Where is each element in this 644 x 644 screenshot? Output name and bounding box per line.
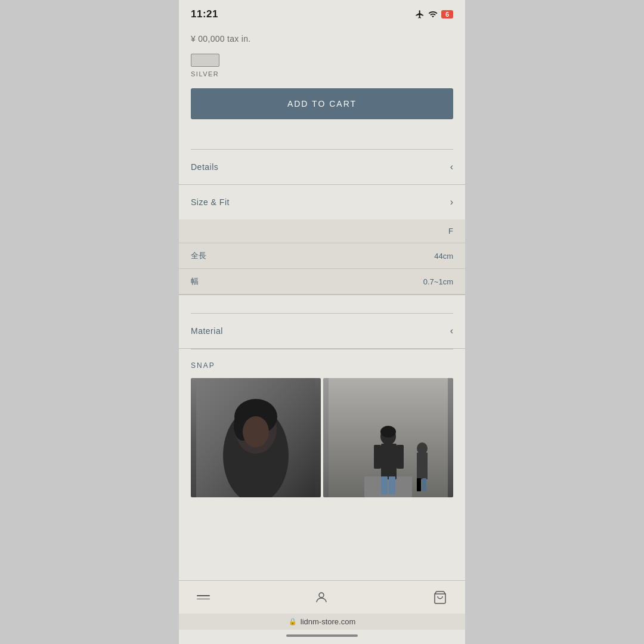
svg-rect-15	[374, 445, 381, 469]
snap-images	[191, 378, 453, 497]
wifi-icon	[428, 10, 438, 19]
airplane-icon	[415, 10, 425, 19]
size-fit-title: Size & Fit	[191, 197, 230, 207]
snap-image-1[interactable]	[191, 378, 321, 497]
material-header[interactable]: Material ‹	[179, 314, 465, 348]
price-text: ¥ 00,000 tax in.	[191, 34, 251, 44]
lock-icon: 🔒	[289, 618, 297, 626]
color-swatch-container[interactable]: SILVER	[191, 54, 219, 78]
address-bar: 🔒 lidnm-store.com	[179, 614, 465, 630]
add-to-cart-button[interactable]: ADD TO CART	[191, 88, 453, 119]
size-header-empty	[179, 219, 300, 243]
row-value-1: 44cm	[300, 243, 465, 269]
svg-rect-12	[389, 476, 395, 494]
person-figure-2	[323, 378, 453, 497]
size-fit-chevron-icon: ›	[450, 197, 453, 208]
row-value-2: 0.7~1cm	[300, 269, 465, 295]
material-chevron-icon: ‹	[450, 326, 453, 336]
hamburger-line-2	[197, 599, 210, 600]
svg-rect-16	[397, 445, 404, 469]
details-chevron-icon: ‹	[450, 162, 453, 172]
user-nav-item[interactable]	[314, 590, 329, 605]
material-section: Material ‹	[179, 314, 465, 349]
svg-rect-10	[381, 444, 397, 479]
status-bar: 11:21 6	[179, 0, 465, 26]
bottom-nav	[179, 580, 465, 614]
home-indicator	[179, 630, 465, 644]
size-header-f: F	[300, 219, 465, 243]
status-icons: 6	[415, 10, 453, 19]
color-swatch[interactable]	[191, 54, 219, 67]
row-label-2: 幅	[179, 269, 300, 295]
snap-title: SNAP	[191, 361, 453, 370]
cart-nav-item[interactable]	[433, 590, 447, 605]
size-table: F 全長 44cm 幅 0.7~1cm	[179, 219, 465, 295]
battery-badge: 6	[441, 10, 453, 18]
phone-frame: 11:21 6 ¥ 00,000 tax in. SILVER	[179, 0, 465, 644]
person-figure-1	[191, 378, 321, 497]
svg-rect-9	[364, 476, 412, 497]
color-label: SILVER	[191, 70, 219, 78]
details-header[interactable]: Details ‹	[179, 150, 465, 184]
svg-rect-19	[417, 478, 421, 491]
svg-rect-17	[417, 453, 428, 479]
price-section: ¥ 00,000 tax in.	[179, 26, 465, 54]
table-row: 全長 44cm	[179, 243, 465, 269]
add-to-cart-section: ADD TO CART	[179, 88, 465, 131]
material-title: Material	[191, 326, 223, 336]
details-section: Details ‹	[179, 150, 465, 185]
cart-icon	[433, 590, 447, 605]
empty-space-2	[179, 295, 465, 313]
hamburger-line-1	[197, 595, 210, 596]
table-row: 幅 0.7~1cm	[179, 269, 465, 295]
svg-point-6	[243, 416, 269, 447]
snap-image-2[interactable]	[323, 378, 453, 497]
svg-rect-20	[422, 478, 426, 491]
menu-nav-item[interactable]	[197, 595, 210, 599]
row-label-1: 全長	[179, 243, 300, 269]
size-table-container: F 全長 44cm 幅 0.7~1cm	[179, 219, 465, 295]
svg-rect-11	[381, 476, 388, 494]
svg-point-18	[417, 442, 428, 454]
url-text[interactable]: lidnm-store.com	[301, 617, 355, 626]
size-fit-header[interactable]: Size & Fit ›	[179, 185, 465, 219]
status-time: 11:21	[191, 8, 218, 20]
user-icon	[314, 590, 329, 605]
home-indicator-bar	[286, 634, 358, 637]
empty-space-1	[179, 131, 465, 149]
details-title: Details	[191, 162, 218, 172]
main-content: ¥ 00,000 tax in. SILVER ADD TO CART Deta…	[179, 26, 465, 580]
svg-point-21	[319, 593, 324, 597]
hamburger-icon	[197, 595, 210, 599]
snap-section: SNAP	[179, 349, 465, 497]
size-fit-section: Size & Fit › F 全長 44cm	[179, 185, 465, 295]
color-section: SILVER	[179, 54, 465, 88]
svg-point-14	[380, 426, 396, 438]
